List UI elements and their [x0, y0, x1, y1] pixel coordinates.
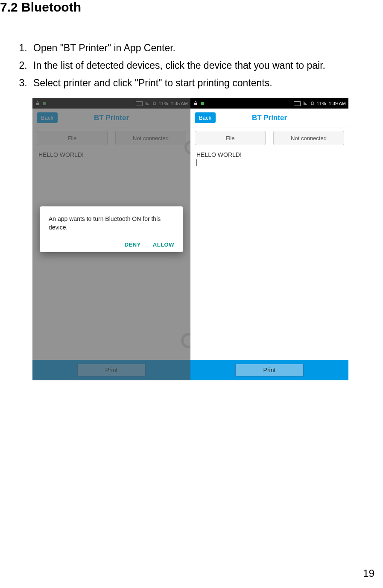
- text-content-area[interactable]: HELLO WORLD!: [190, 149, 348, 367]
- back-button[interactable]: Back: [195, 112, 216, 123]
- keyboard-icon: [294, 101, 301, 106]
- allow-button[interactable]: ALLOW: [153, 241, 174, 248]
- battery-icon: [310, 100, 314, 107]
- app-header: Back BT Printer: [190, 109, 348, 127]
- print-button[interactable]: Print: [235, 364, 304, 376]
- phone-screenshot-2: 11% 1:39 AM Back BT Printer File Not con…: [190, 98, 348, 380]
- status-time: 1:39 AM: [329, 101, 346, 106]
- page-number: 19: [363, 567, 374, 579]
- file-button[interactable]: File: [195, 131, 266, 145]
- dialog-text: An app wants to turn Bluetooth ON for th…: [49, 215, 174, 232]
- dialog-actions: DENY ALLOW: [49, 241, 174, 248]
- bluetooth-permission-dialog: An app wants to turn Bluetooth ON for th…: [40, 206, 183, 252]
- signal-icon: [303, 101, 308, 106]
- section-heading: 7.2 Bluetooth: [0, 0, 383, 15]
- screenshots-container: 11% 1:35 AM Back BT Printer File Not con…: [32, 98, 348, 380]
- svg-rect-2: [201, 102, 204, 105]
- text-cursor: [196, 159, 197, 166]
- lock-icon: [193, 101, 198, 106]
- instruction-item-2: In the list of detected devices, click t…: [30, 58, 383, 74]
- phone-screenshot-1: 11% 1:35 AM Back BT Printer File Not con…: [32, 98, 190, 380]
- instruction-item-1: Open "BT Printer" in App Center.: [30, 40, 383, 56]
- app-status-icon: [200, 101, 205, 106]
- instruction-item-3: Select printer and click "Print" to star…: [30, 75, 383, 91]
- content-text: HELLO WORLD!: [196, 151, 242, 158]
- button-row: File Not connected: [190, 127, 348, 149]
- deny-button[interactable]: DENY: [125, 241, 141, 248]
- instructions-block: Open "BT Printer" in App Center. In the …: [0, 40, 383, 91]
- battery-percent: 11%: [317, 101, 326, 106]
- print-footer: Print: [190, 360, 348, 380]
- status-bar: 11% 1:39 AM: [190, 98, 348, 109]
- svg-rect-3: [312, 104, 313, 104]
- app-title: BT Printer: [252, 114, 287, 122]
- connection-button[interactable]: Not connected: [273, 131, 344, 145]
